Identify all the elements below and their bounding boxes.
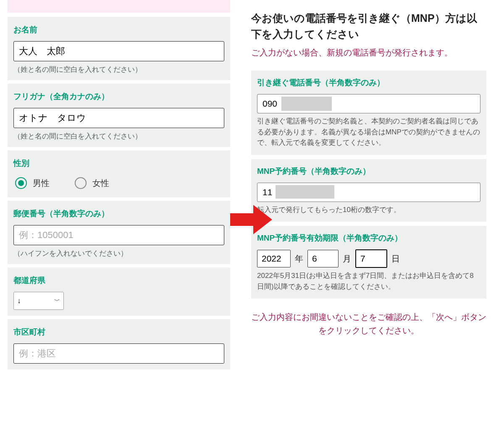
radio-checked-icon: [15, 177, 27, 189]
mnp-expiry-day-input[interactable]: [355, 249, 387, 268]
prefecture-section: 都道府県 ↓ ﹀: [8, 267, 230, 316]
mnp-number-label: MNP予約番号（半角数字のみ）: [257, 166, 480, 177]
gender-female-option[interactable]: 女性: [75, 177, 109, 189]
mnp-warning: ご入力がない場合、新規の電話番号が発行されます。: [251, 46, 486, 59]
month-label: 月: [343, 253, 351, 265]
mnp-expiry-helper: 2022年5月31日(お申込日を含まず7日間、またはお申込日を含めて8日間)以降…: [257, 270, 480, 292]
furigana-section: フリガナ（全角カナのみ） （姓と名の間に空白を入れてください）: [8, 84, 230, 147]
mnp-phone-label: 引き継ぐ電話番号（半角数字のみ）: [257, 77, 480, 88]
red-arrow-icon: [230, 205, 272, 234]
city-section: 市区町村: [8, 319, 230, 369]
name-section: お名前 （姓と名の間に空白を入れてください）: [8, 17, 230, 80]
gender-section: 性別 男性 女性: [8, 150, 230, 197]
masked-phone-block: [281, 97, 332, 111]
right-mnp-column: 今お使いの電話番号を引き継ぐ（MNP）方は以下を入力してください ご入力がない場…: [251, 0, 486, 373]
gender-male-label: 男性: [33, 178, 50, 189]
name-input[interactable]: [13, 41, 224, 61]
mnp-title: 今お使いの電話番号を引き継ぐ（MNP）方は以下を入力してください: [251, 10, 486, 42]
mnp-number-section: MNP予約番号（半角数字のみ） 転入元で発行してもらった10桁の数字です。: [251, 159, 486, 222]
confirm-message: ご入力内容にお間違いないことをご確認の上、「次へ」ボタンをクリックしてください。: [251, 310, 486, 337]
day-label: 日: [391, 253, 400, 265]
header-pink-bar: [8, 0, 230, 13]
masked-mnp-block: [276, 185, 334, 199]
mnp-expiry-year-input[interactable]: [257, 250, 291, 267]
postal-section: 郵便番号（半角数字のみ） （ハイフンを入れないでください）: [8, 201, 230, 264]
mnp-phone-section: 引き継ぐ電話番号（半角数字のみ） 引き継ぐ電話番号のご契約名義と、本契約のご契約…: [251, 71, 486, 155]
mnp-expiry-date-row: 年 月 日: [257, 249, 480, 268]
mnp-expiry-section: MNP予約番号有効期限（半角数字のみ） 年 月 日 2022年5月31日(お申込…: [251, 226, 486, 299]
gender-radio-group: 男性 女性: [13, 175, 224, 191]
left-form-column: お名前 （姓と名の間に空白を入れてください） フリガナ（全角カナのみ） （姓と名…: [8, 0, 230, 373]
name-label: お名前: [13, 24, 224, 35]
mnp-phone-helper: 引き継ぐ電話番号のご契約名義と、本契約のご契約者名義は同じである必要があります。…: [257, 116, 480, 148]
furigana-helper: （姓と名の間に空白を入れてください）: [13, 131, 224, 141]
furigana-input[interactable]: [13, 108, 224, 128]
furigana-label: フリガナ（全角カナのみ）: [13, 91, 224, 102]
mnp-expiry-month-input[interactable]: [307, 250, 339, 267]
chevron-down-icon: ﹀: [54, 297, 60, 305]
postal-label: 郵便番号（半角数字のみ）: [13, 208, 224, 219]
postal-helper: （ハイフンを入れないでください）: [13, 249, 224, 258]
year-label: 年: [295, 253, 303, 265]
city-input[interactable]: [13, 343, 224, 364]
prefecture-selected-value: ↓: [17, 296, 21, 305]
mnp-number-helper: 転入元で発行してもらった10桁の数字です。: [257, 204, 480, 215]
prefecture-label: 都道府県: [13, 275, 224, 286]
radio-unchecked-icon: [75, 177, 87, 189]
prefecture-select[interactable]: ↓ ﹀: [13, 292, 64, 310]
postal-input[interactable]: [13, 225, 224, 245]
gender-label: 性別: [13, 158, 224, 169]
gender-male-option[interactable]: 男性: [15, 177, 50, 189]
mnp-expiry-label: MNP予約番号有効期限（半角数字のみ）: [257, 233, 480, 244]
city-label: 市区町村: [13, 327, 224, 338]
name-helper: （姓と名の間に空白を入れてください）: [13, 65, 224, 74]
gender-female-label: 女性: [92, 178, 109, 189]
svg-marker-0: [230, 205, 272, 234]
